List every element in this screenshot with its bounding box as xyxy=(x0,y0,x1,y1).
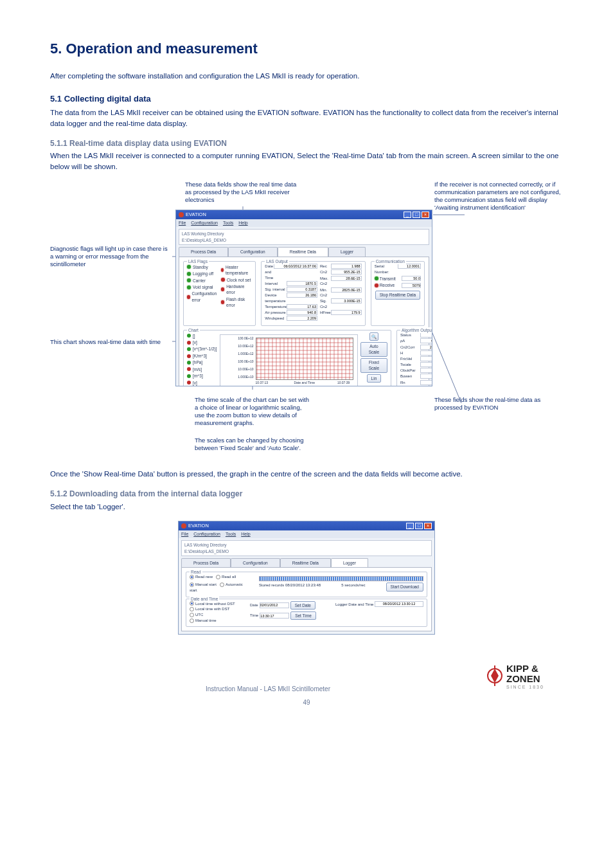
fld-sigint-k: Sig. interval xyxy=(265,287,285,293)
chart-group: Chart [] [v] [v^(3m^-1/2)] [K/m^3] [hPa]… xyxy=(183,330,391,387)
radio-read-new-label: Read new xyxy=(195,575,213,579)
menu-help2[interactable]: Help xyxy=(241,531,250,538)
menubar2: File Configuration Tools Help xyxy=(179,530,434,538)
tab-logger[interactable]: Logger xyxy=(328,247,366,256)
fld-devtemp-v xyxy=(287,293,317,298)
tab-realtime-data[interactable]: Realtime Data xyxy=(278,247,328,256)
tab-process-data2[interactable]: Process Data xyxy=(181,558,231,567)
section-title: 5. Operation and measurement xyxy=(50,39,563,59)
series-lbl-3: [K/m^3] xyxy=(193,353,207,359)
menu-tools2[interactable]: Tools xyxy=(226,531,236,538)
annot-bot-center2: The scales can be changed by choosing be… xyxy=(195,437,310,452)
kipp-zonen-logo: KIPP & ZONEN SINCE 1830 xyxy=(486,660,563,694)
flag-hw: Hardware error xyxy=(226,284,252,296)
set-date-button[interactable]: Set Date xyxy=(290,601,315,610)
lin-button[interactable]: Lin xyxy=(367,374,382,383)
led-config-err xyxy=(187,295,190,299)
radio-read-all[interactable] xyxy=(216,575,220,579)
series-led-4[interactable] xyxy=(187,361,191,365)
workdir-path2: E:\Desktop\LAS_DEMO xyxy=(184,548,429,554)
led-standby xyxy=(187,265,191,269)
radio-manual-start-label: Manual start xyxy=(195,583,217,586)
af3v xyxy=(420,356,432,361)
series-lbl-4: [hPa] xyxy=(193,359,202,365)
series-lbl-7: [v] xyxy=(193,380,197,386)
auto-scale-button[interactable]: Auto Scale xyxy=(360,342,387,357)
menu-file[interactable]: File xyxy=(179,220,186,226)
maximize-button[interactable]: □ xyxy=(413,212,420,218)
tab-configuration[interactable]: Configuration xyxy=(228,247,278,256)
annot-bot-center1: The time scale of the chart can be set w… xyxy=(195,396,310,427)
menu-help[interactable]: Help xyxy=(238,220,247,226)
radio-manual-start[interactable] xyxy=(190,583,194,587)
ytick3: 100.0E+10 xyxy=(222,359,254,364)
flag-heater: Heater temperature xyxy=(226,264,252,276)
menu-config2[interactable]: Configuration xyxy=(193,531,220,538)
menu-tools[interactable]: Tools xyxy=(223,220,233,226)
fixed-scale-button[interactable]: Fixed Scale xyxy=(360,358,387,373)
maximize-button2[interactable]: □ xyxy=(415,523,423,529)
minimize-button[interactable]: _ xyxy=(404,212,411,218)
tab-logger2[interactable]: Logger xyxy=(331,558,368,567)
annot-top-right: If the receiver is not connected correct… xyxy=(434,181,563,212)
start-download-button[interactable]: Start Download xyxy=(386,583,423,591)
fld-datetime-k: Date and Time xyxy=(265,264,274,280)
xtick-end: 10:37:39 06/10/2012 xyxy=(337,381,353,386)
radio-read-new[interactable] xyxy=(190,575,194,579)
logger-panel: Read Read new Read all Manual start Auto… xyxy=(181,567,432,631)
flag-logging: Logging off xyxy=(193,271,213,276)
series-lbl-2: [v^(3m^-1/2)] xyxy=(193,346,217,352)
stored-records-label: Stored records 08/20/2012 13:23:48 xyxy=(259,583,321,591)
radio-auto-start[interactable] xyxy=(220,583,224,587)
fld-rec-k: Rec xyxy=(320,264,327,269)
series-led-6[interactable] xyxy=(187,374,191,378)
workdir-label2: LAS Working Directory xyxy=(184,542,429,548)
close-button2[interactable]: × xyxy=(424,523,432,529)
series-led-1[interactable] xyxy=(187,341,191,345)
af8v xyxy=(420,386,432,387)
tab-process-data[interactable]: Process Data xyxy=(179,247,228,256)
fld-sigcn2-v xyxy=(331,298,362,303)
tab-configuration2[interactable]: Configuration xyxy=(231,558,280,567)
radio-utc[interactable] xyxy=(190,613,194,617)
date-field[interactable] xyxy=(260,602,289,608)
time-field[interactable] xyxy=(260,613,289,619)
zoom-button[interactable]: 🔍 xyxy=(369,332,378,341)
fld-mincn2-k: Min. Cn2 xyxy=(320,287,331,298)
x-axis-label: Date and Time xyxy=(294,381,315,386)
close-button[interactable]: × xyxy=(422,212,429,218)
radio-localtime-dst[interactable] xyxy=(190,607,194,611)
fld-press-v xyxy=(287,310,317,315)
series-lbl-0: [] xyxy=(193,333,195,339)
series-led-3[interactable] xyxy=(187,354,191,358)
series-led-5[interactable] xyxy=(187,367,191,371)
led-clock xyxy=(221,278,225,282)
ytick0: 100.0E+12 xyxy=(222,336,254,341)
stop-realtime-button[interactable]: Stop Realtime Data xyxy=(375,291,420,299)
af1k: Cn2Corr xyxy=(400,345,415,350)
menu-file2[interactable]: File xyxy=(181,531,188,538)
radio-manual-time[interactable] xyxy=(190,619,194,623)
af0k: ρA xyxy=(400,338,405,344)
flag-clock: Clock not set xyxy=(227,277,251,283)
radio-localtime-nodst[interactable] xyxy=(190,601,194,606)
menu-config[interactable]: Configuration xyxy=(191,220,218,226)
s51-body: The data from the LAS MkII receiver can … xyxy=(50,107,563,129)
tab-realtime-data2[interactable]: Realtime Data xyxy=(280,558,331,567)
ytick4: 10.00E+10 xyxy=(222,367,254,372)
series-led-2[interactable] xyxy=(187,347,191,351)
af2v xyxy=(420,350,432,356)
annot-left-chart: This chart shows real-time data with tim… xyxy=(50,338,179,346)
logo-line3: SINCE 1830 xyxy=(506,685,544,689)
ytick5: 1.000E+10 xyxy=(222,375,254,379)
rlabel3: Manual time xyxy=(195,619,217,622)
minimize-button2[interactable]: _ xyxy=(406,523,414,529)
las-flags-group: LAS Flags Standby Logging off Carrier Vo… xyxy=(183,261,256,326)
evation-realtime-window: EVATION _ □ × File Configuration Tools H… xyxy=(175,210,432,386)
fld-datetime-v xyxy=(274,264,317,269)
series-led-0[interactable] xyxy=(187,334,191,338)
set-time-button[interactable]: Set Time xyxy=(290,611,316,620)
series-led-7[interactable] xyxy=(187,381,191,384)
app-icon xyxy=(179,212,184,217)
app-title2: EVATION xyxy=(188,523,209,530)
